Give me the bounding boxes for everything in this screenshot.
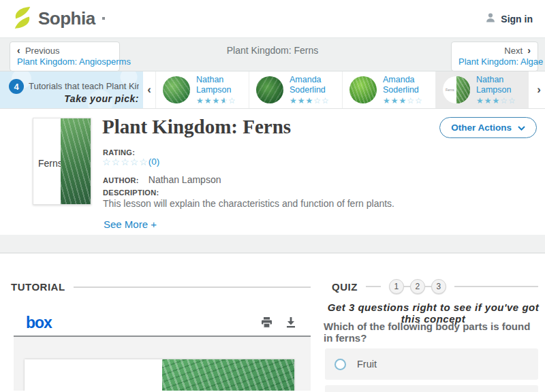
previous-lesson-button[interactable]: ‹ Previous Plant Kingdom: Angiosperms <box>10 42 120 71</box>
tutorial-thumbnail <box>256 76 283 103</box>
step-connector <box>425 286 431 287</box>
quiz-progress-steps: 1 2 3 <box>389 279 446 294</box>
tutorial-card[interactable]: Amanda Soderlind ★★★☆☆ <box>249 71 342 108</box>
tutorial-author-link[interactable]: Amanda Soderlind <box>383 75 431 95</box>
tutorial-card-selected[interactable]: Ferns Nathan Lampson ★★★☆☆ <box>435 71 529 108</box>
tutorial-author-link[interactable]: Amanda Soderlind <box>290 75 338 95</box>
chevron-down-icon <box>518 122 525 133</box>
tutorial-thumbnail <box>349 76 377 103</box>
sign-in-button[interactable]: Sign in <box>485 12 533 25</box>
download-icon[interactable] <box>286 317 296 328</box>
author-name: Nathan Lampson <box>149 174 221 185</box>
see-more-link[interactable]: See More + <box>104 218 157 230</box>
star-rating: ★★★☆☆ <box>383 97 431 105</box>
next-label: Next <box>504 46 523 56</box>
tutorial-thumbnail: Ferns <box>443 76 470 103</box>
logo-text: Sophia <box>38 8 95 29</box>
fern-image <box>61 118 91 204</box>
lesson-summary-panel: Ferns Plant Kingdom: Ferns Other Actions… <box>0 109 545 235</box>
scroll-left-button[interactable]: ‹ <box>143 71 155 108</box>
lesson-thumbnail: Ferns <box>33 118 91 205</box>
picker-intro-panel: 4 Tutorials that teach Plant Kingdom: Fe… <box>0 71 143 108</box>
quiz-option-partial[interactable] <box>325 385 538 392</box>
tutorial-author-link[interactable]: Nathan Lampson <box>476 75 525 95</box>
top-header: Sophia Sign in <box>0 0 545 38</box>
quiz-question: Which of the following body parts is fou… <box>324 321 542 344</box>
quiz-step-3: 3 <box>431 279 446 294</box>
printer-icon[interactable] <box>261 317 272 328</box>
next-lesson-link[interactable]: Plant Kingdom: Algae <box>458 56 531 67</box>
thumbnail-label: Ferns <box>446 88 454 92</box>
picker-tagline: Take your pick: <box>64 93 139 104</box>
sophia-logo-icon <box>12 6 33 32</box>
thumbnail-title: Ferns <box>38 158 63 169</box>
sophia-logo[interactable]: Sophia <box>12 6 105 32</box>
document-page <box>25 359 294 391</box>
rating-count-link[interactable]: (0) <box>149 157 160 167</box>
scroll-right-button[interactable]: › <box>533 71 545 108</box>
section-divider <box>0 235 545 253</box>
divider-line <box>366 286 381 287</box>
author-label: AUTHOR: <box>103 176 139 184</box>
quiz-heading: QUIZ <box>332 281 358 293</box>
tutorial-card[interactable]: Nathan Lampson ★★★☆★☆ <box>155 71 249 108</box>
chevron-right-icon: › <box>537 83 541 97</box>
other-actions-button[interactable]: Other Actions <box>439 117 537 138</box>
option-label: Fruit <box>357 359 377 370</box>
previous-lesson-link[interactable]: Plant Kingdom: Angiosperms <box>17 56 112 67</box>
page-title: Plant Kingdom: Ferns <box>102 116 291 138</box>
divider-line <box>454 286 538 287</box>
star-rating: ★★★☆☆ <box>290 97 338 105</box>
tutorial-picker-strip: 4 Tutorials that teach Plant Kingdom: Fe… <box>0 71 545 109</box>
quiz-option-fruit[interactable]: Fruit <box>325 348 538 380</box>
previous-label: Previous <box>25 46 60 56</box>
quiz-step-1: 1 <box>389 279 404 294</box>
quiz-section-header: QUIZ 1 2 3 <box>332 279 538 294</box>
document-viewer: box <box>14 310 311 392</box>
chevron-right-icon: › <box>527 45 531 56</box>
tutorial-cards: Nathan Lampson ★★★☆★☆ Amanda Soderlind ★… <box>155 71 533 108</box>
tutorial-section-header: TUTORIAL <box>11 281 311 293</box>
quiz-step-2: 2 <box>410 279 425 294</box>
divider-line <box>74 287 311 288</box>
person-icon <box>485 12 496 25</box>
description-text: This lesson will explain the characteris… <box>103 198 394 209</box>
content-section: TUTORIAL box <box>0 254 545 392</box>
chevron-left-icon: ‹ <box>147 83 151 97</box>
fern-image <box>456 76 470 103</box>
chevron-left-icon: ‹ <box>17 45 20 56</box>
tutorial-heading: TUTORIAL <box>11 281 65 293</box>
step-connector <box>404 286 410 287</box>
next-lesson-button[interactable]: Next › Plant Kingdom: Algae <box>451 42 538 71</box>
description-label: DESCRIPTION: <box>103 189 159 197</box>
fern-image <box>162 359 294 391</box>
logo-trademark-dot <box>102 17 105 20</box>
star-rating: ★★★☆★☆ <box>196 97 245 105</box>
radio-button-icon[interactable] <box>334 359 346 370</box>
star-rating: ★★★☆☆ <box>476 97 525 105</box>
tutorial-count-badge: 4 <box>9 79 24 94</box>
box-logo[interactable]: box <box>26 314 52 332</box>
tutorial-thumbnail <box>163 76 190 103</box>
other-actions-label: Other Actions <box>451 122 512 133</box>
rating-label: RATING: <box>103 148 135 157</box>
document-preview[interactable] <box>14 337 311 391</box>
picker-strip-text: Tutorials that teach Plant Kingdom: Fern… <box>29 81 139 91</box>
star-rating-empty: ☆☆☆☆☆ <box>102 157 149 167</box>
tutorial-card[interactable]: Amanda Soderlind ★★★☆☆ <box>342 71 435 108</box>
viewer-toolbar: box <box>14 310 311 337</box>
sign-in-label: Sign in <box>501 14 533 24</box>
tutorial-author-link[interactable]: Nathan Lampson <box>196 75 245 95</box>
